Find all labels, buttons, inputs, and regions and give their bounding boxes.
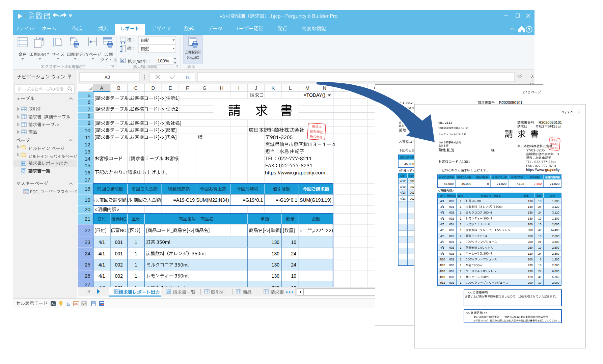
svg-text:24: 24 [538,205,542,208]
svg-text:10: 10 [538,281,542,284]
svg-text:4/13: 4/13 [400,197,406,200]
svg-text:4/5: 4/5 [440,252,444,255]
svg-text:fx: fx [66,302,70,307]
svg-text:001: 001 [115,240,123,245]
svg-text:24: 24 [85,251,91,256]
svg-text:11: 11 [85,135,90,140]
svg-text:002: 002 [449,258,454,261]
svg-text:002: 002 [115,262,123,268]
svg-text:0: 0 [487,182,489,186]
svg-text:1,300: 1,300 [552,217,559,220]
svg-text:1: 1 [460,263,462,267]
svg-text:10: 10 [538,263,542,267]
svg-text:22: 22 [85,227,90,233]
svg-text:3,120: 3,120 [552,211,559,214]
svg-text:4/1: 4/1 [440,217,444,220]
svg-text:71,020: 71,020 [497,182,506,186]
svg-text:6: 6 [540,258,542,261]
svg-text:4/10: 4/10 [439,263,445,267]
svg-text:20: 20 [85,206,91,212]
svg-text:130: 130 [272,240,280,245]
svg-text:A: A [100,85,104,91]
svg-text:130: 130 [528,199,532,203]
svg-text:5,760: 5,760 [552,275,559,279]
svg-text:001: 001 [449,234,454,238]
svg-text:25: 25 [85,262,90,268]
svg-text:48: 48 [538,228,542,232]
svg-text:2,500: 2,500 [552,246,559,249]
svg-text:1: 1 [460,211,462,214]
svg-text:15: 15 [85,163,90,168]
svg-text:13: 13 [85,149,90,155]
svg-text:1: 1 [460,281,462,284]
svg-text:3,120: 3,120 [552,205,559,208]
svg-text:A3: A3 [105,75,110,80]
svg-text:2,300: 2,300 [552,263,559,267]
svg-text:4/1: 4/1 [99,251,105,256]
svg-text:14: 14 [85,156,91,162]
svg-text:002: 002 [449,252,454,255]
svg-text:120: 120 [528,252,532,255]
svg-text:1: 1 [135,240,137,245]
svg-text:24: 24 [291,262,296,268]
svg-text:001: 001 [449,223,454,226]
svg-text:https://www.grapecity.com: https://www.grapecity.com [265,170,325,175]
svg-text:002: 002 [449,263,454,267]
svg-text:4/12: 4/12 [400,185,406,189]
svg-text:200: 200 [528,258,532,261]
svg-text:F: F [186,85,189,91]
svg-text:230: 230 [528,263,532,267]
svg-text:130: 130 [528,217,532,220]
svg-text:250: 250 [528,270,532,273]
svg-text:4/5: 4/5 [440,246,444,249]
svg-text:130: 130 [528,205,532,208]
svg-text:4/1: 4/1 [440,211,444,214]
svg-text:19: 19 [85,197,90,203]
svg-text:300: 300 [528,228,532,232]
svg-text:4/5: 4/5 [440,240,444,244]
svg-text:24: 24 [538,211,542,214]
svg-text:200: 200 [528,281,532,284]
svg-text:1: 1 [135,273,137,279]
svg-text:24: 24 [538,252,542,255]
svg-text:7,102: 7,102 [516,182,524,186]
svg-text:21: 21 [85,216,90,222]
svg-text:10: 10 [538,199,542,203]
svg-text:001: 001 [449,205,454,208]
svg-text:001: 001 [449,240,454,244]
svg-text:001: 001 [449,199,454,203]
svg-text:2: 2 [460,234,462,238]
svg-text:002: 002 [115,273,123,279]
svg-text:18: 18 [85,186,90,192]
svg-text:1: 1 [460,199,462,203]
svg-text:10: 10 [538,246,542,249]
svg-text:?: ? [528,27,530,32]
svg-text:4/3: 4/3 [440,223,444,226]
svg-text:1,300: 1,300 [552,199,559,203]
svg-text:4/10: 4/10 [439,270,445,273]
svg-text:001: 001 [410,191,414,194]
svg-text:K: K [272,85,275,91]
svg-text:10: 10 [538,217,542,220]
svg-text:002: 002 [449,217,454,220]
svg-text:4/1: 4/1 [99,273,105,279]
svg-text:SUM(G19:L19): SUM(G19:L19) [300,197,331,203]
svg-text:23: 23 [85,239,90,245]
svg-text:71,020: 71,020 [550,182,559,186]
svg-text:8: 8 [87,113,90,119]
svg-text:1,200: 1,200 [552,258,559,261]
svg-text:2,000: 2,000 [552,281,559,284]
svg-text:2,880: 2,880 [552,252,559,255]
svg-text:C: C [134,85,138,91]
svg-text:6,000: 6,000 [552,270,559,273]
svg-text:E: E [169,85,172,91]
svg-text:001: 001 [449,281,454,284]
svg-text:002: 002 [449,246,454,249]
svg-text:H: H [220,85,223,91]
svg-text:1: 1 [135,251,137,256]
svg-text:4/3: 4/3 [440,228,444,232]
svg-text:24: 24 [291,251,296,256]
svg-text:2,500: 2,500 [552,234,559,238]
svg-text:27: 27 [85,281,90,287]
svg-text:I: I [238,85,240,91]
